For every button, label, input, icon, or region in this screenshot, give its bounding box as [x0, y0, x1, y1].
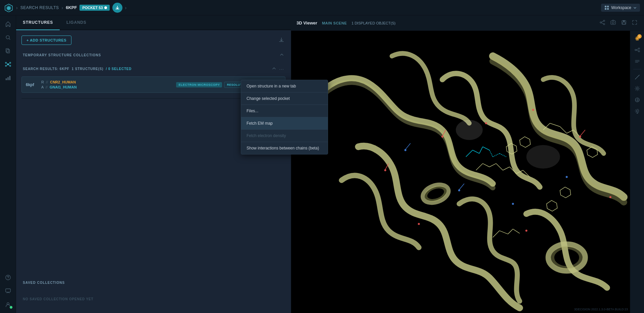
- svg-point-92: [636, 38, 638, 40]
- sidebar-item-structures[interactable]: [2, 58, 14, 70]
- svg-point-80: [418, 223, 420, 225]
- svg-line-33: [601, 23, 603, 24]
- viewer-tool-atoms[interactable]: [632, 34, 642, 44]
- svg-point-97: [638, 48, 640, 49]
- svg-rect-19: [5, 78, 7, 80]
- saved-collections-title: SAVED COLLECTIONS: [23, 281, 65, 285]
- context-menu-files[interactable]: Files...: [241, 105, 328, 117]
- viewer-tool-lighting[interactable]: [632, 106, 642, 116]
- saved-collections-section: SAVED COLLECTIONS NO SAVED COLLECTION OP…: [16, 272, 291, 313]
- sidebar-item-files[interactable]: [2, 45, 14, 57]
- sidebar-item-help[interactable]: [2, 271, 14, 284]
- svg-point-13: [5, 65, 6, 67]
- context-menu-fetch-em[interactable]: Fetch EM map: [241, 117, 328, 129]
- viewer-toolbar: 3D Viewer MAIN SCENE 1 DISPLAYED OBJECT(…: [291, 15, 644, 31]
- context-menu-open-new-tab[interactable]: Open structure in a new tab: [241, 80, 328, 92]
- svg-point-104: [636, 88, 638, 89]
- sidebar-item-feedback[interactable]: [2, 285, 14, 297]
- main-layout: STRUCTURES LIGANDS + ADD STRUCTURES TEMP…: [0, 15, 644, 313]
- viewer-tool-connections[interactable]: [632, 45, 642, 55]
- viewer-objects-label: 1 DISPLAYED OBJECT(S): [352, 21, 395, 25]
- subsection-collapse[interactable]: [272, 66, 276, 72]
- svg-point-29: [600, 22, 601, 23]
- temp-collections-collapse[interactable]: [279, 52, 284, 58]
- download-structures-button[interactable]: [277, 36, 285, 45]
- svg-line-15: [6, 63, 7, 64]
- viewer-tool-measure[interactable]: [632, 72, 642, 82]
- subsection-header: SEARCH RESULTS: 6KPF 1 STRUCTURE(S) / 0 …: [21, 64, 285, 74]
- svg-point-90: [456, 120, 483, 140]
- version-text: 3DECISION 2022.1.3.0-BETA BUILD:23: [574, 308, 628, 311]
- left-panel: STRUCTURES LIGANDS + ADD STRUCTURES TEMP…: [16, 15, 291, 313]
- svg-rect-21: [9, 76, 10, 80]
- structure-chains: R // CNR2_HUMAN A // GNAI1_HUMAN: [41, 80, 173, 89]
- svg-line-18: [8, 65, 9, 66]
- svg-rect-38: [623, 22, 625, 24]
- pocket-badge[interactable]: POCKET 53: [79, 5, 109, 11]
- viewer-screenshot-button[interactable]: [609, 18, 617, 27]
- sidebar-item-user[interactable]: [2, 298, 14, 310]
- workspace-chevron-icon: [633, 6, 637, 9]
- download-button[interactable]: [112, 3, 122, 13]
- svg-rect-20: [7, 77, 9, 80]
- workspace-menu[interactable]: Workspace: [601, 4, 640, 12]
- add-structures-button[interactable]: + ADD STRUCTURES: [21, 36, 71, 45]
- sidebar-icons: [0, 15, 16, 313]
- viewer-right-tools: [630, 31, 644, 313]
- tab-ligands[interactable]: LIGANDS: [60, 15, 93, 29]
- svg-line-17: [6, 65, 7, 66]
- sidebar-item-home[interactable]: [2, 18, 14, 30]
- svg-point-31: [603, 23, 605, 25]
- svg-rect-5: [605, 8, 606, 10]
- svg-point-87: [566, 176, 568, 178]
- subsection-menu[interactable]: ···: [279, 66, 284, 72]
- svg-point-86: [512, 203, 514, 205]
- workspace-icon: [604, 5, 609, 10]
- tab-structures[interactable]: STRUCTURES: [16, 15, 60, 29]
- right-panel: 3D Viewer MAIN SCENE 1 DISPLAYED OBJECT(…: [291, 15, 644, 313]
- svg-point-14: [9, 65, 11, 67]
- subsection-title: SEARCH RESULTS: 6KPF 1 STRUCTURE(S) / 0 …: [23, 67, 131, 71]
- topbar: › SEARCH RESULTS › 6KPF POCKET 53 › Work…: [0, 0, 644, 15]
- svg-rect-24: [5, 289, 10, 292]
- breadcrumb-chevron-2: ›: [61, 5, 63, 10]
- svg-rect-8: [6, 49, 8, 52]
- molecule-visualization: [291, 31, 644, 313]
- app-logo[interactable]: [4, 3, 13, 12]
- viewer-save-button[interactable]: [620, 18, 628, 27]
- svg-point-10: [7, 63, 9, 65]
- breadcrumb-search-results[interactable]: SEARCH RESULTS: [20, 5, 59, 10]
- sidebar-item-search[interactable]: [2, 32, 14, 44]
- svg-point-76: [532, 109, 534, 111]
- breadcrumb-pdb: 6KPF: [66, 5, 77, 10]
- selected-count: / 0 SELECTED: [106, 67, 132, 71]
- svg-point-96: [635, 49, 636, 51]
- viewer-fullscreen-button[interactable]: [631, 18, 639, 27]
- context-menu-show-interactions[interactable]: Show interactions between chains (beta): [241, 142, 328, 154]
- viewer-scene-label[interactable]: MAIN SCENE: [322, 21, 347, 25]
- svg-point-79: [525, 230, 527, 232]
- vrt-separator-1: [633, 69, 641, 69]
- svg-point-11: [5, 62, 6, 64]
- svg-point-91: [526, 145, 560, 169]
- viewer-share-button[interactable]: [598, 18, 606, 27]
- pocket-label: POCKET 53: [82, 6, 103, 10]
- context-menu-fetch-density: Fetch electron density: [241, 130, 328, 142]
- saved-collections-header: SAVED COLLECTIONS: [21, 277, 285, 288]
- svg-rect-9: [7, 50, 9, 53]
- svg-point-75: [485, 122, 487, 124]
- panel-tabs: STRUCTURES LIGANDS: [16, 15, 291, 30]
- viewer-tool-sequence[interactable]: [632, 56, 642, 66]
- viewer-tool-settings[interactable]: [632, 83, 642, 93]
- svg-point-106: [636, 110, 638, 112]
- viewer-toolbar-right: [598, 18, 639, 27]
- svg-rect-4: [607, 6, 609, 7]
- viewer-tool-orientation[interactable]: [632, 95, 642, 105]
- svg-point-22: [5, 275, 10, 280]
- sidebar-item-analytics[interactable]: [2, 72, 14, 84]
- viewer-canvas[interactable]: 3DECISION 2022.1.3.0-BETA BUILD:23: [291, 31, 644, 313]
- context-menu-change-pocket[interactable]: Change selected pocket: [241, 92, 328, 105]
- context-menu: Open structure in a new tab Change selec…: [241, 80, 328, 154]
- viewer-label: 3D Viewer: [297, 20, 317, 25]
- temp-collections-title: TEMPORARY STRUCTURE COLLECTIONS: [23, 53, 101, 57]
